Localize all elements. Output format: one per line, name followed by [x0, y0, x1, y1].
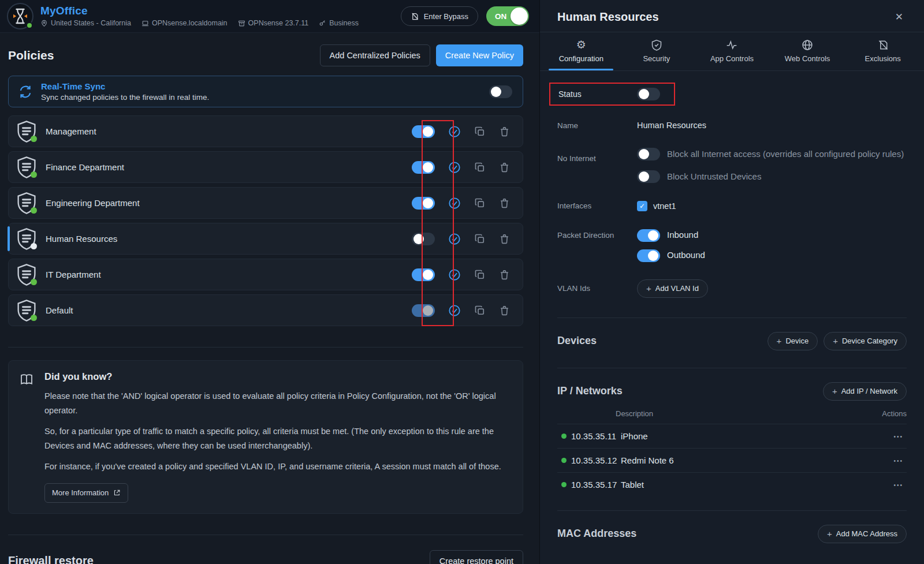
policy-shield-icon — [17, 156, 38, 179]
policy-apply-button[interactable] — [448, 304, 461, 317]
add-ip-network-button[interactable]: Add IP / Network — [823, 382, 907, 401]
connection-status-dot — [26, 22, 33, 29]
policy-row[interactable]: Default — [8, 294, 523, 326]
did-you-know-card: Did you know? Please note that the 'AND'… — [8, 360, 523, 514]
archive-box-icon — [238, 20, 245, 27]
sync-title: Real-Time Sync — [41, 81, 209, 91]
policy-enable-toggle[interactable] — [412, 233, 435, 245]
external-link-icon — [113, 489, 121, 496]
mac-addresses-actions: Add MAC Address — [818, 525, 907, 543]
policy-name: IT Department — [46, 270, 101, 279]
policy-delete-button[interactable] — [499, 197, 510, 209]
policy-duplicate-button[interactable] — [474, 126, 486, 137]
policy-row[interactable]: Human Resources — [8, 223, 523, 255]
policy-apply-button[interactable] — [448, 233, 461, 245]
policy-delete-button[interactable] — [499, 305, 510, 316]
tab-security[interactable]: Security — [619, 32, 695, 70]
policy-shield-icon — [17, 120, 38, 143]
block-untrusted-toggle[interactable] — [637, 170, 660, 183]
copy-icon — [474, 126, 486, 137]
policy-duplicate-button[interactable] — [474, 233, 486, 245]
status-toggle[interactable] — [637, 88, 660, 100]
copy-icon — [474, 233, 486, 245]
plus-icon — [777, 337, 782, 346]
inbound-toggle[interactable] — [637, 229, 660, 242]
section-divider — [557, 368, 907, 368]
status-label: Status — [558, 89, 637, 99]
ip-address: 10.35.35.11 — [571, 431, 616, 441]
ip-description: iPhone — [621, 431, 648, 441]
app-logo — [7, 3, 33, 29]
ip-network-row[interactable]: 10.35.35.11 iPhone — [557, 424, 907, 448]
ip-address: 10.35.35.17 — [571, 480, 616, 490]
policy-row-actions — [412, 197, 510, 210]
create-restore-point-button[interactable]: Create restore point — [430, 550, 523, 564]
check-circle-icon — [448, 304, 461, 317]
policy-enable-toggle[interactable] — [412, 125, 435, 138]
policy-enable-toggle[interactable] — [412, 268, 435, 281]
policy-enable-toggle[interactable] — [412, 197, 435, 210]
policy-row[interactable]: Engineering Department — [8, 187, 523, 219]
add-device-button[interactable]: Device — [767, 332, 818, 350]
inbound-label: Inbound — [667, 229, 698, 241]
policy-row[interactable]: Finance Department — [8, 151, 523, 183]
policy-row[interactable]: IT Department — [8, 259, 523, 290]
ip-rows: 10.35.35.11 iPhone 10.35.35.12 Redmi Not… — [557, 424, 907, 496]
add-mac-address-button[interactable]: Add MAC Address — [818, 525, 907, 543]
policy-delete-button[interactable] — [499, 162, 510, 173]
ip-network-row[interactable]: 10.35.35.12 Redmi Note 6 — [557, 448, 907, 472]
ip-table-header: Description Actions — [557, 404, 907, 424]
policy-enable-toggle[interactable] — [412, 304, 435, 317]
policy-delete-button[interactable] — [499, 126, 510, 137]
policy-enable-toggle[interactable] — [412, 161, 435, 174]
policy-duplicate-button[interactable] — [474, 197, 486, 209]
policy-row[interactable]: Management — [8, 115, 523, 147]
policy-delete-button[interactable] — [499, 269, 510, 281]
policy-duplicate-button[interactable] — [474, 269, 486, 281]
online-status-dot — [561, 482, 567, 487]
interface-option: vtnet1 — [637, 201, 676, 211]
brand-block: MyOffice United States - California OPNs… — [40, 5, 359, 27]
interfaces-field: Interfaces vtnet1 — [557, 201, 907, 211]
check-circle-icon — [448, 268, 461, 281]
globe-icon — [802, 39, 813, 51]
close-icon[interactable]: ✕ — [892, 12, 907, 23]
enter-bypass-button[interactable]: Enter Bypass — [401, 6, 478, 26]
tab-app-controls[interactable]: App Controls — [694, 32, 770, 70]
block-all-internet-toggle[interactable] — [637, 148, 660, 160]
packet-direction-field: Packet Direction Inbound Outbound — [557, 229, 907, 262]
policy-delete-button[interactable] — [499, 233, 510, 245]
no-internet-options: Block all Internet access (overrides all… — [637, 147, 904, 184]
details-title: Human Resources — [557, 10, 659, 24]
ip-description: Redmi Note 6 — [621, 455, 674, 465]
add-vlan-button[interactable]: Add VLAN Id — [637, 279, 708, 298]
realtime-sync-toggle[interactable] — [489, 85, 512, 98]
policy-status-dot — [31, 315, 37, 321]
policy-shield-icon — [17, 299, 38, 322]
outbound-toggle[interactable] — [637, 249, 660, 262]
create-new-policy-button[interactable]: Create New Policy — [436, 44, 523, 66]
policy-apply-button[interactable] — [448, 161, 461, 174]
block-all-internet-label: Block all Internet access (overrides all… — [667, 147, 904, 160]
policy-apply-button[interactable] — [448, 268, 461, 281]
more-information-button[interactable]: More Information — [44, 483, 128, 503]
interface-checkbox[interactable] — [637, 201, 647, 211]
policy-duplicate-button[interactable] — [474, 162, 486, 173]
policy-apply-button[interactable] — [448, 197, 461, 210]
tab-exclusions[interactable]: Exclusions — [845, 32, 921, 70]
ip-network-row[interactable]: 10.35.35.17 Tablet — [557, 472, 907, 496]
trash-icon — [499, 162, 510, 173]
add-device-category-button[interactable]: Device Category — [824, 332, 907, 350]
policies-header-row: Policies Add Centralized Policies Create… — [8, 44, 523, 66]
engine-on-toggle[interactable]: ON — [486, 6, 529, 26]
app-window: MyOffice United States - California OPNs… — [0, 0, 924, 564]
policy-duplicate-button[interactable] — [474, 305, 486, 316]
add-centralized-policies-button[interactable]: Add Centralized Policies — [320, 44, 430, 66]
row-actions-menu-icon[interactable] — [890, 454, 907, 466]
row-actions-menu-icon[interactable] — [890, 478, 907, 491]
tab-configuration[interactable]: ⚙ Configuration — [543, 32, 619, 70]
tab-web-controls[interactable]: Web Controls — [770, 32, 845, 70]
row-actions-menu-icon[interactable] — [890, 429, 907, 442]
firewall-restore-title: Firewall restore — [8, 554, 94, 564]
policy-apply-button[interactable] — [448, 125, 461, 138]
